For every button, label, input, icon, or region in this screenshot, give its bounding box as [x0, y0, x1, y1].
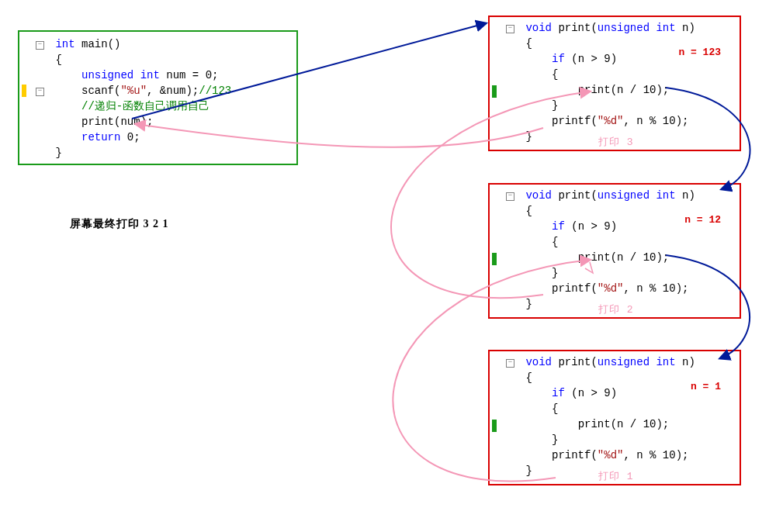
print-call-box-2: − void print(unsigned int n) { if (n > 9… [488, 183, 741, 319]
main-code: int main() { unsigned int num = 0; scanf… [55, 36, 231, 161]
fold-icon: − [506, 192, 514, 201]
print-call-box-1: − void print(unsigned int n) { if (n > 9… [488, 16, 741, 151]
annotation-n-value-2: n = 12 [684, 214, 721, 226]
main-gutter: − − [23, 36, 49, 161]
annotation-n-value-1: n = 123 [678, 47, 721, 58]
print3-code: void print(unsigned int n) { if (n > 9) … [525, 354, 695, 478]
print2-gutter: − [493, 188, 519, 312]
fold-icon: − [36, 88, 44, 96]
print1-gutter: − [493, 20, 519, 144]
annotation-print-1: 打印 3 [598, 135, 634, 149]
bookmark-marker [492, 420, 497, 432]
print1-code: void print(unsigned int n) { if (n > 9) … [525, 20, 695, 144]
bookmark-marker [22, 85, 26, 97]
main-function-box: − − int main() { unsigned int num = 0; s… [18, 30, 298, 165]
bookmark-marker [492, 253, 497, 265]
fold-icon: − [506, 359, 514, 368]
annotation-print-2: 打印 2 [598, 302, 634, 316]
print2-code: void print(unsigned int n) { if (n > 9) … [525, 188, 695, 312]
print3-gutter: − [493, 354, 519, 478]
annotation-print-3: 打印 1 [598, 469, 634, 483]
final-output-label: 屏幕最终打印 3 2 1 [70, 217, 169, 231]
print-call-box-3: − void print(unsigned int n) { if (n > 9… [488, 350, 741, 485]
fold-icon: − [36, 41, 44, 50]
annotation-n-value-3: n = 1 [691, 381, 721, 392]
bookmark-marker [492, 85, 497, 98]
fold-icon: − [506, 25, 514, 33]
